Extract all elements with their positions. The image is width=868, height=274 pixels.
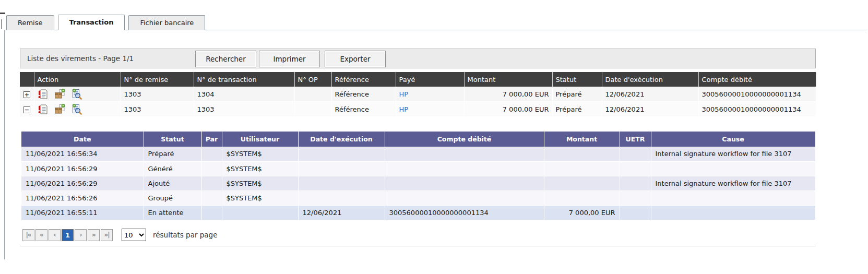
- current-page-button[interactable]: 1: [62, 229, 74, 241]
- col-n-op: N° OP: [294, 72, 331, 87]
- next-page-button[interactable]: ›: [75, 229, 87, 241]
- cell-date: 11/06/2021 16:56:34: [21, 147, 144, 161]
- cell-date-execution: [298, 161, 385, 176]
- fast-next-page-button[interactable]: »: [88, 229, 100, 241]
- cell-statut: Préparé: [552, 102, 602, 117]
- history-row: 11/06/2021 16:56:26 Groupé $SYSTEM$: [21, 190, 815, 205]
- page-size-select[interactable]: 10: [122, 229, 146, 241]
- crop-border-artifact-vertical: [1, 19, 2, 29]
- col-date: Date: [21, 132, 144, 147]
- col-compte-debite: Compte débité: [698, 72, 816, 87]
- cell-compte-debite: 30056000010000000001134: [385, 205, 544, 220]
- history-row: 11/06/2021 16:56:29 Ajouté $SYSTEM$ Inte…: [21, 176, 815, 190]
- history-row: 11/06/2021 16:56:34 Préparé $SYSTEM$ Int…: [21, 147, 815, 161]
- col-action: Action: [34, 72, 121, 87]
- cell-date: 11/06/2021 16:56:29: [21, 161, 144, 176]
- package-icon[interactable]: [54, 89, 65, 100]
- fast-prev-page-button[interactable]: «: [35, 229, 47, 241]
- col-date-execution: Date d'exécution: [298, 132, 385, 147]
- cell-uetr: [620, 205, 651, 220]
- cell-statut: Préparé: [552, 87, 602, 102]
- col-n-transaction: N° de transaction: [194, 72, 294, 87]
- cell-compte-debite: [385, 176, 544, 190]
- cell-uetr: [620, 147, 651, 161]
- cell-montant: [544, 190, 620, 205]
- cell-compte-debite: [385, 147, 544, 161]
- cell-n-transaction: 1304: [194, 87, 294, 102]
- cell-par: [201, 176, 222, 190]
- cell-cause: [651, 161, 815, 176]
- cell-utilisateur: $SYSTEM$: [222, 176, 298, 190]
- cell-date: 11/06/2021 16:55:11: [21, 205, 144, 220]
- list-bottom-divider: [20, 246, 816, 246]
- cell-date-execution: 12/06/2021: [298, 205, 385, 220]
- cell-utilisateur: $SYSTEM$: [222, 147, 298, 161]
- list-toolbar: Liste des virements - Page 1/1 Recherche…: [20, 49, 816, 68]
- results-per-page-label: résultats par page: [153, 231, 217, 239]
- cell-date: 11/06/2021 16:56:29: [21, 176, 144, 190]
- col-n-remise: N° de remise: [121, 72, 194, 87]
- cell-cause: [651, 190, 815, 205]
- cell-utilisateur: $SYSTEM$: [222, 161, 298, 176]
- col-utilisateur: Utilisateur: [222, 132, 298, 147]
- cell-statut: Préparé: [144, 147, 201, 161]
- cell-montant: 7 000,00 EUR: [464, 102, 552, 117]
- expand-row-button[interactable]: +: [23, 91, 30, 98]
- cell-statut: Généré: [144, 161, 201, 176]
- cell-compte-debite: [385, 190, 544, 205]
- col-reference: Référence: [331, 72, 396, 87]
- collapse-row-button[interactable]: −: [23, 106, 30, 113]
- view-details-icon[interactable]: [71, 104, 82, 115]
- col-statut: Statut: [552, 72, 602, 87]
- action-icons: [38, 104, 117, 115]
- last-page-button[interactable]: »|: [101, 229, 113, 241]
- col-date-execution: Date d'exécution: [602, 72, 698, 87]
- tab-remise[interactable]: Remise: [6, 15, 54, 30]
- cell-date: 11/06/2021 16:56:26: [21, 190, 144, 205]
- history-row: 11/06/2021 16:56:29 Généré $SYSTEM$: [21, 161, 815, 176]
- cell-date-execution: [298, 176, 385, 190]
- cell-n-op: [294, 102, 331, 117]
- cell-date-execution: 12/06/2021: [602, 102, 698, 117]
- paye-link[interactable]: HP: [399, 90, 409, 98]
- transfer-row: + 1303 1304 Référence HP 7 000,00 EUR Pr…: [20, 87, 816, 102]
- first-page-button[interactable]: |«: [22, 229, 34, 241]
- cell-montant: 7 000,00 EUR: [464, 87, 552, 102]
- history-header-row: Date Statut Par Utilisateur Date d'exécu…: [21, 132, 815, 147]
- cell-compte-debite: 30056000010000000001134: [698, 102, 816, 117]
- cell-reference: Référence: [331, 87, 396, 102]
- view-details-icon[interactable]: [71, 89, 82, 100]
- cell-uetr: [620, 176, 651, 190]
- cell-compte-debite: [385, 161, 544, 176]
- export-button[interactable]: Exporter: [325, 51, 386, 67]
- search-button[interactable]: Rechercher: [195, 51, 256, 67]
- package-icon[interactable]: [54, 104, 65, 115]
- transaction-tab-panel: Liste des virements - Page 1/1 Recherche…: [4, 30, 866, 259]
- transfers-table: Action N° de remise N° de transaction N°…: [20, 72, 816, 117]
- col-compte-debite: Compte débité: [385, 132, 544, 147]
- cell-date-execution: 12/06/2021: [602, 87, 698, 102]
- print-button[interactable]: Imprimer: [259, 51, 320, 67]
- cell-montant: 7 000,00 EUR: [544, 205, 620, 220]
- col-statut: Statut: [144, 132, 201, 147]
- transfer-list-screen: Remise Transaction Fichier bancaire List…: [0, 0, 868, 274]
- cell-date-execution: [298, 147, 385, 161]
- history-row-pending: 11/06/2021 16:55:11 En attente 12/06/202…: [21, 205, 815, 220]
- action-icons: [38, 89, 117, 100]
- col-expand: [20, 72, 34, 87]
- cell-n-remise: 1303: [121, 102, 194, 117]
- tab-fichier-bancaire[interactable]: Fichier bancaire: [128, 15, 205, 30]
- cell-montant: [544, 176, 620, 190]
- transaction-report-icon[interactable]: [38, 104, 49, 115]
- transfer-row: − 1303 1303 Référence HP 7 000,00 EUR Pr…: [20, 102, 816, 117]
- tab-transaction[interactable]: Transaction: [58, 15, 125, 30]
- cell-par: [201, 161, 222, 176]
- col-montant: Montant: [544, 132, 620, 147]
- transfers-header-row: Action N° de remise N° de transaction N°…: [20, 72, 816, 87]
- cell-reference: Référence: [331, 102, 396, 117]
- transaction-report-icon[interactable]: [38, 89, 49, 100]
- cell-cause: [651, 205, 815, 220]
- prev-page-button[interactable]: ‹: [49, 229, 61, 241]
- cell-par: [201, 147, 222, 161]
- paye-link[interactable]: HP: [399, 105, 409, 113]
